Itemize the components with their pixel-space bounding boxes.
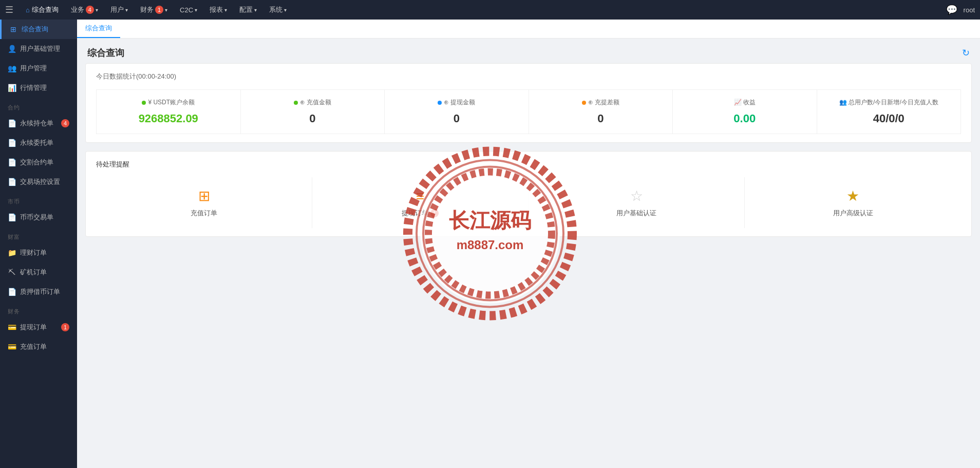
refresh-button[interactable]: ↻ [962,47,970,59]
sidebar-item-perpetual-entrust[interactable]: 📄 永续委托单 [0,133,77,153]
stat-value-withdraw: 0 [391,112,522,125]
pending-item-user-basic-cert[interactable]: ☆ 用户基础认证 [529,177,745,228]
stat-label-withdraw: ⊕ 提现金额 [391,98,522,107]
sidebar-user-basic-label: 用户基础管理 [20,44,60,53]
nav-item-home[interactable]: ⌂ 综合查询 [21,0,64,20]
sidebar-item-pledge-order[interactable]: 📄 质押借币订单 [0,282,77,302]
sidebar-pledge-order-label: 质押借币订单 [20,287,60,296]
username-label[interactable]: root [964,6,975,14]
sidebar-perpetual-entrust-label: 永续委托单 [20,138,53,147]
sidebar-contract-order-label: 交割合约单 [20,158,53,167]
dot-withdraw [438,101,442,105]
sidebar-withdraw-order-label: 提现订单 [20,323,47,332]
stat-value-usdt: 9268852.09 [103,112,234,125]
sidebar-recharge-order-label: 充值订单 [20,342,47,351]
pending-grid: ⊞ 充值订单 ≡ 提现订单 1 ☆ 用户基础认证 [96,177,961,228]
nav-finance-label: 财务 [140,5,154,14]
menu-toggle-icon[interactable]: ☰ [5,4,13,15]
user-manage-icon: 👥 [8,64,16,72]
withdraw-orders-badge: 1 [430,209,439,217]
coin-trade-icon: 📄 [8,213,16,221]
market-icon: 📊 [8,84,16,92]
sidebar-item-finance-order[interactable]: 📁 理财订单 [0,243,77,263]
sidebar-item-market[interactable]: 📊 行情管理 [0,78,77,98]
stat-label-diff-text: ⊕ 充提差额 [588,98,619,107]
stat-label-profit: 📈 收益 [679,98,811,107]
stat-label-usdt: ¥ USDT账户余额 [103,98,234,107]
nav-item-finance[interactable]: 财务 1 ▾ [135,0,173,20]
sidebar-market-label: 行情管理 [20,83,47,92]
sidebar-item-user-manage[interactable]: 👥 用户管理 [0,59,77,78]
stat-label-recharge: ⊕ 充值金额 [247,98,379,107]
nav-item-users[interactable]: 用户 ▾ [105,0,133,20]
sidebar-item-recharge-order[interactable]: 💳 充值订单 [0,337,77,357]
top-nav-right: 💬 root [946,4,975,15]
sidebar-item-trade-control[interactable]: 📄 交易场控设置 [0,172,77,192]
sidebar-item-coin-trade[interactable]: 📄 币币交易单 [0,208,77,227]
chat-icon[interactable]: 💬 [946,4,957,15]
stat-label-withdraw-text: ⊕ 提现金额 [444,98,475,107]
perpetual-entrust-icon: 📄 [8,139,16,147]
nav-item-business[interactable]: 业务 4 ▾ [66,0,103,20]
withdraw-orders-text: 提现订单 [402,209,428,218]
stat-label-diff: ⊕ 充提差额 [535,98,667,107]
nav-item-c2c[interactable]: C2C ▾ [175,0,202,20]
nav-home-label: 综合查询 [32,5,59,14]
nav-c2c-label: C2C [180,6,193,14]
stats-title: 今日数据统计(00:00-24:00) [96,72,961,81]
overview-icon: ⊞ [9,25,17,33]
breadcrumb-tab-overview[interactable]: 综合查询 [77,20,120,38]
pending-item-recharge[interactable]: ⊞ 充值订单 [96,177,312,228]
nav-item-config[interactable]: 配置 ▾ [234,0,262,20]
page-header: 综合查询 ↻ [77,39,980,63]
dot-usdt [142,101,146,105]
user-advanced-cert-label: 用户高级认证 [833,209,873,218]
stat-cell-withdraw: ⊕ 提现金额 0 [385,90,529,134]
stat-value-diff: 0 [535,112,667,125]
recharge-orders-icon: ⊞ [198,188,210,204]
nav-item-system[interactable]: 系统 ▾ [264,0,292,20]
stats-grid: ¥ USDT账户余额 9268852.09 ⊕ 充值金额 0 ⊕ 提现金额 [96,89,961,134]
pending-section: 待处理提醒 ⊞ 充值订单 ≡ 提现订单 1 ☆ [85,151,972,237]
nav-users-label: 用户 [110,5,124,14]
stat-cell-recharge: ⊕ 充值金额 0 [241,90,385,134]
sidebar-section-contract: 合约 [0,98,77,114]
pending-item-withdraw[interactable]: ≡ 提现订单 1 [312,177,529,228]
dot-recharge [294,101,298,105]
stat-label-recharge-text: ⊕ 充值金额 [300,98,331,107]
sidebar-mining-order-label: 矿机订单 [20,268,47,277]
sidebar-item-overview[interactable]: ⊞ 综合查询 [0,20,77,39]
withdraw-order-icon: 💳 [8,323,16,331]
stat-value-recharge: 0 [247,112,379,125]
sidebar-user-manage-label: 用户管理 [20,64,47,73]
nav-finance-arrow: ▾ [165,7,167,13]
sidebar-item-contract-order[interactable]: 📄 交割合约单 [0,153,77,172]
user-basic-icon: 👤 [8,45,16,53]
main-layout: ⊞ 综合查询 👤 用户基础管理 👥 用户管理 📊 行情管理 合约 📄 永续持仓单… [0,20,980,468]
nav-item-report[interactable]: 报表 ▾ [204,0,232,20]
trade-control-icon: 📄 [8,178,16,186]
contract-order-icon: 📄 [8,158,16,166]
nav-business-label: 业务 [71,5,84,14]
perpetual-hold-badge: 4 [61,119,69,127]
user-advanced-cert-text: 用户高级认证 [833,209,873,218]
pending-title: 待处理提醒 [96,160,961,169]
nav-report-label: 报表 [210,5,223,14]
sidebar-item-mining-order[interactable]: ⛏ 矿机订单 [0,263,77,282]
stat-label-users-text: 👥 总用户数/今日新增/今日充值人数 [839,98,938,107]
stat-label-usdt-text: ¥ USDT账户余额 [148,98,195,107]
content-area: 综合查询 综合查询 ↻ 今日数据统计(00:00-24:00) ¥ USDT账户… [77,20,980,468]
stat-cell-profit: 📈 收益 0.00 [673,90,817,134]
sidebar-item-withdraw-order[interactable]: 💳 提现订单 1 [0,317,77,337]
user-advanced-cert-icon: ★ [846,188,859,204]
pending-item-user-advanced-cert[interactable]: ★ 用户高级认证 [745,177,961,228]
top-navigation: ☰ ⌂ 综合查询 业务 4 ▾ 用户 ▾ 财务 1 ▾ C2C ▾ 报表 ▾ 配… [0,0,980,20]
sidebar-item-perpetual-hold[interactable]: 📄 永续持仓单 4 [0,114,77,133]
sidebar-item-user-basic[interactable]: 👤 用户基础管理 [0,39,77,59]
nav-business-arrow: ▾ [96,7,98,13]
stat-label-profit-text: 📈 收益 [734,98,756,107]
stat-cell-usdt: ¥ USDT账户余额 9268852.09 [97,90,241,134]
withdraw-order-badge: 1 [61,323,69,331]
sidebar-trade-control-label: 交易场控设置 [20,177,60,186]
pledge-order-icon: 📄 [8,288,16,296]
